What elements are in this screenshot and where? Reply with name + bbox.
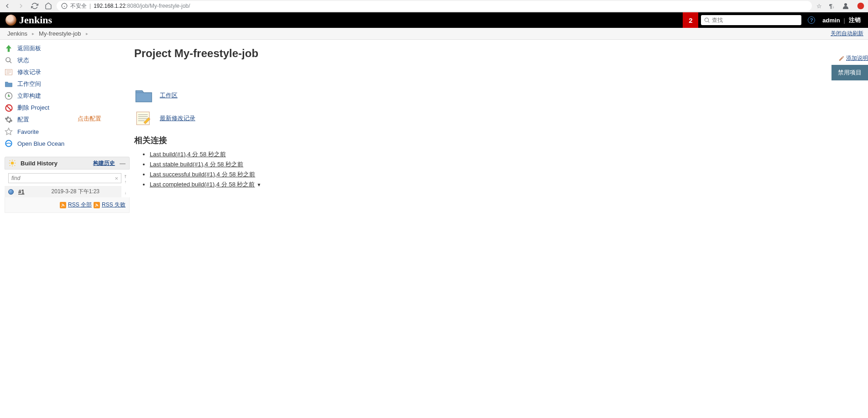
auto-refresh-link[interactable]: 关闭自动刷新 xyxy=(831,30,863,37)
svg-line-25 xyxy=(15,165,15,166)
collapse-icon[interactable]: — xyxy=(120,160,125,167)
list-item: Last stable build(#1),4 分 58 秒之前 xyxy=(150,160,861,169)
address-bar[interactable]: 不安全 | 192.168.1.22:8080/job/My-freestyle… xyxy=(57,1,812,11)
search-box[interactable] xyxy=(701,15,801,25)
annotation-arrow-icon xyxy=(30,116,75,116)
build-history-title: Build History xyxy=(21,160,89,167)
task-blue-ocean[interactable]: Open Blue Ocean xyxy=(5,138,134,149)
svg-point-28 xyxy=(61,206,62,207)
task-changes[interactable]: 修改记录 xyxy=(5,66,134,78)
workspace-row: 工作区 xyxy=(134,87,861,104)
add-description-link[interactable]: 添加说明 xyxy=(838,54,868,62)
recent-changes-link[interactable]: 最新修改记录 xyxy=(160,114,195,122)
jenkins-brand[interactable]: Jenkins xyxy=(0,14,52,26)
help-icon[interactable]: ? xyxy=(808,16,815,24)
build-search-box[interactable]: × xyxy=(8,173,121,183)
home-icon[interactable] xyxy=(45,2,52,10)
main-panel: Project My-freestyle-job 添加说明 禁用项目 工作区 最… xyxy=(134,40,868,213)
task-back-to-dashboard[interactable]: 返回面板 xyxy=(5,42,134,54)
task-workspace[interactable]: 工作空间 xyxy=(5,78,134,90)
task-configure[interactable]: 配置 点击配置 xyxy=(5,114,134,126)
task-label: 修改记录 xyxy=(17,68,41,76)
task-label: 返回面板 xyxy=(17,44,41,53)
build-history-panel: Build History 构建历史 — × ⤒ ↑ #1 xyxy=(5,157,130,213)
build-history-trend-link[interactable]: 构建历史 xyxy=(93,159,115,167)
add-description-label: 添加说明 xyxy=(846,54,868,62)
workspace-link[interactable]: 工作区 xyxy=(160,91,178,100)
browser-toolbar: 不安全 | 192.168.1.22:8080/job/My-freestyle… xyxy=(0,0,868,12)
build-search-input[interactable] xyxy=(11,175,115,181)
no-entry-icon xyxy=(5,104,13,112)
build-nav-arrows: ⤒ ↑ xyxy=(121,169,130,186)
breadcrumb-item[interactable]: Jenkins xyxy=(5,30,30,37)
folder-icon xyxy=(5,80,13,88)
build-rss-bar: RSS 全部 RSS 失败 xyxy=(5,197,130,213)
list-item: Last successful build(#1),4 分 58 秒之前 xyxy=(150,170,861,179)
breadcrumb: Jenkins ▸ My-freestyle-job ▸ xyxy=(5,30,88,37)
rss-all-link[interactable]: RSS 全部 xyxy=(68,201,92,209)
task-label: Open Blue Ocean xyxy=(17,140,64,147)
clear-icon[interactable]: × xyxy=(115,175,118,182)
info-icon xyxy=(61,3,68,9)
task-label: 配置 xyxy=(17,116,29,124)
rss-failures-link[interactable]: RSS 失败 xyxy=(102,201,125,209)
big-links: 工作区 最新修改记录 xyxy=(134,87,861,127)
related-link[interactable]: Last successful build(#1),4 分 58 秒之前 xyxy=(150,171,255,178)
task-label: 删除 Project xyxy=(17,104,49,112)
star-icon xyxy=(5,127,13,136)
pilcrow-icon[interactable]: ¶↓ xyxy=(829,3,834,10)
changes-icon xyxy=(5,68,13,76)
address-separator: | xyxy=(89,3,91,9)
browser-right-group: ☆ ¶↓ xyxy=(816,2,864,10)
back-icon[interactable] xyxy=(4,2,11,10)
disable-project-button[interactable]: 禁用项目 xyxy=(831,65,868,80)
arrow-up-icon[interactable]: ↑ xyxy=(125,180,127,184)
chevron-right-icon: ▸ xyxy=(86,31,88,36)
build-row[interactable]: #1 2019-3-28 下午1:23 xyxy=(5,186,121,197)
task-label: 立即构建 xyxy=(17,92,41,100)
svg-rect-30 xyxy=(136,112,149,125)
star-icon[interactable]: ☆ xyxy=(816,3,822,10)
search-input[interactable] xyxy=(712,17,799,23)
notepad-icon xyxy=(134,110,153,127)
task-favorite[interactable]: Favorite xyxy=(5,126,134,138)
task-delete-project[interactable]: 删除 Project xyxy=(5,102,134,114)
task-build-now[interactable]: 立即构建 xyxy=(5,90,134,102)
jenkins-header: Jenkins 2 ? admin | 注销 xyxy=(0,12,868,28)
list-item: Last completed build(#1),4 分 58 秒之前▼ xyxy=(150,180,861,189)
build-date: 2019-3-28 下午1:23 xyxy=(52,188,99,196)
logout-link[interactable]: 注销 xyxy=(849,16,861,24)
rss-icon xyxy=(60,202,66,208)
task-label: Favorite xyxy=(17,128,39,135)
related-link[interactable]: Last completed build(#1),4 分 58 秒之前 xyxy=(150,181,255,188)
build-number-link[interactable]: #1 xyxy=(18,189,24,195)
clock-play-icon xyxy=(5,92,13,100)
up-arrow-icon xyxy=(5,44,13,53)
user-link[interactable]: admin xyxy=(822,17,840,24)
extension-badge-icon[interactable] xyxy=(857,2,864,10)
side-panel: 返回面板 状态 修改记录 工作空间 立即构建 xyxy=(0,40,134,213)
task-status[interactable]: 状态 xyxy=(5,54,134,66)
related-link[interactable]: Last stable build(#1),4 分 58 秒之前 xyxy=(150,161,243,168)
status-ball-icon xyxy=(8,189,14,195)
insecure-label: 不安全 xyxy=(70,2,87,10)
jenkins-logo-icon xyxy=(5,15,16,26)
breadcrumb-item[interactable]: My-freestyle-job xyxy=(36,30,84,37)
task-label: 状态 xyxy=(17,56,29,64)
svg-line-27 xyxy=(10,165,10,166)
profile-icon[interactable] xyxy=(842,2,850,10)
page-title: Project My-freestyle-job xyxy=(134,47,861,60)
build-history-search-row: × ⤒ ↑ xyxy=(5,169,130,186)
chevron-right-icon: ▸ xyxy=(32,31,34,36)
gear-icon xyxy=(5,116,13,124)
forward-icon[interactable] xyxy=(17,2,25,10)
breadcrumbs-bar: Jenkins ▸ My-freestyle-job ▸ 关闭自动刷新 xyxy=(0,28,868,40)
chevron-down-icon[interactable]: ▼ xyxy=(257,182,261,187)
notification-badge[interactable]: 2 xyxy=(683,12,698,28)
svg-point-29 xyxy=(95,206,96,207)
arrow-down-icon[interactable]: ↓ xyxy=(125,190,127,195)
arrow-top-icon[interactable]: ⤒ xyxy=(124,175,127,179)
reload-icon[interactable] xyxy=(31,2,38,10)
svg-point-3 xyxy=(844,3,847,6)
related-link[interactable]: Last build(#1),4 分 58 秒之前 xyxy=(150,151,226,158)
